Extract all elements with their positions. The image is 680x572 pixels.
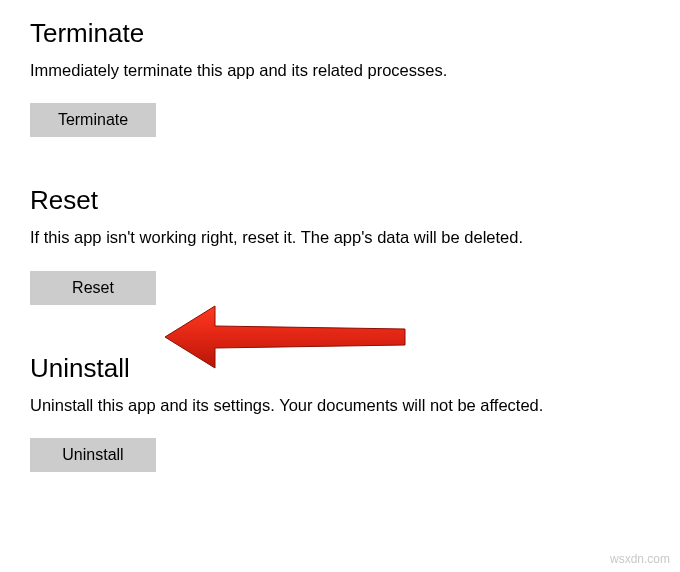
reset-description: If this app isn't working right, reset i… bbox=[30, 226, 650, 248]
watermark-text: wsxdn.com bbox=[610, 552, 670, 566]
terminate-description: Immediately terminate this app and its r… bbox=[30, 59, 650, 81]
uninstall-button[interactable]: Uninstall bbox=[30, 438, 156, 472]
terminate-title: Terminate bbox=[30, 18, 650, 49]
reset-button[interactable]: Reset bbox=[30, 271, 156, 305]
terminate-section: Terminate Immediately terminate this app… bbox=[30, 18, 650, 137]
uninstall-title: Uninstall bbox=[30, 353, 650, 384]
reset-section: Reset If this app isn't working right, r… bbox=[30, 185, 650, 304]
uninstall-section: Uninstall Uninstall this app and its set… bbox=[30, 353, 650, 472]
terminate-button[interactable]: Terminate bbox=[30, 103, 156, 137]
reset-title: Reset bbox=[30, 185, 650, 216]
uninstall-description: Uninstall this app and its settings. You… bbox=[30, 394, 650, 416]
